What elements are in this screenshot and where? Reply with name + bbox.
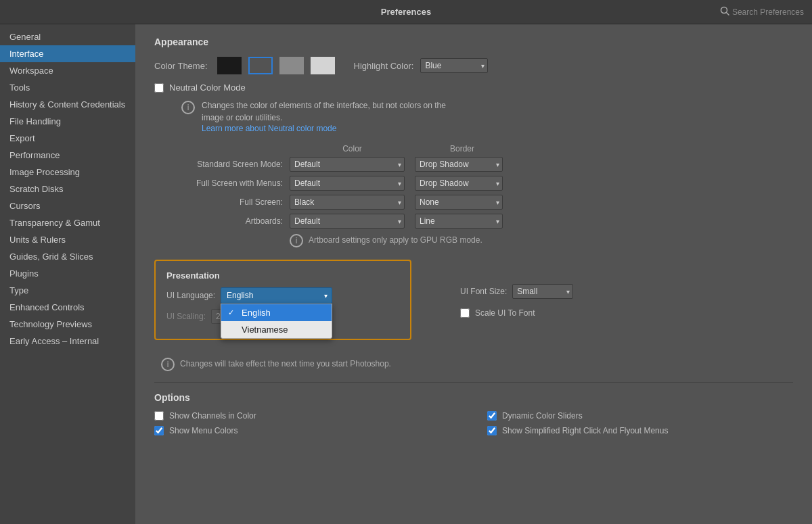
fullscreen-row: Full Screen: DefaultBlackWhite Drop Shad… <box>154 195 793 210</box>
ui-scaling-label: UI Scaling: <box>166 312 206 321</box>
simplified-right-click-row: Show Simplified Right Click And Flyout M… <box>487 426 793 435</box>
changes-info-icon: i <box>161 358 175 371</box>
show-menu-colors-label[interactable]: Show Menu Colors <box>169 426 238 435</box>
show-menu-colors-row: Show Menu Colors <box>154 426 460 435</box>
sidebar-item-workspace[interactable]: Workspace <box>0 62 135 79</box>
neutral-color-info-text: Changes the color of elements of the int… <box>202 99 446 124</box>
neutral-color-learn-more-link[interactable]: Learn more about Neutral color mode <box>202 124 446 133</box>
presentation-title: Presentation <box>166 270 399 281</box>
color-swatch-darkgray[interactable] <box>248 57 273 74</box>
sidebar-item-history[interactable]: History & Content Credentials <box>0 96 135 113</box>
options-section-title: Options <box>154 392 793 403</box>
artboard-info-icon: i <box>290 234 303 247</box>
ui-font-size-select[interactable]: SmallMediumLarge <box>512 284 573 299</box>
sidebar-item-type[interactable]: Type <box>0 282 135 299</box>
standard-screen-border-select[interactable]: Drop ShadowNoneLine <box>415 157 503 172</box>
sidebar-item-performance[interactable]: Performance <box>0 147 135 164</box>
color-swatch-lightgray[interactable] <box>311 57 335 74</box>
content-area: Appearance Color Theme: Highlight Color:… <box>135 24 812 524</box>
changes-note-row: i Changes will take effect the next time… <box>161 356 793 371</box>
svg-line-1 <box>726 13 729 16</box>
neutral-color-mode-checkbox[interactable] <box>154 83 164 93</box>
sidebar-item-transparency-gamut[interactable]: Transparency & Gamut <box>0 214 135 231</box>
search-placeholder[interactable]: Search Preferences <box>732 7 804 17</box>
ui-language-dropdown-container: English ✓ English Vietnamese <box>221 287 332 304</box>
standard-screen-color-select[interactable]: DefaultBlackWhite <box>290 157 405 172</box>
ui-language-label: UI Language: <box>166 291 215 300</box>
color-theme-row: Color Theme: Highlight Color: Blue Red G… <box>154 57 793 74</box>
fullscreen-menus-label: Full Screen with Menus: <box>154 178 290 188</box>
sidebar-item-interface[interactable]: Interface <box>0 45 135 62</box>
artboard-info-text: Artboard settings only apply to GPU RGB … <box>309 234 482 246</box>
ui-language-dropdown-list: ✓ English Vietnamese <box>221 304 332 339</box>
dynamic-sliders-checkbox[interactable] <box>487 411 497 421</box>
ui-font-size-row: UI Font Size: SmallMediumLarge <box>460 284 573 299</box>
fullscreen-border-select[interactable]: Drop ShadowNoneLine <box>415 195 503 210</box>
highlight-color-select[interactable]: Blue Red Green Yellow Orange Violet Gray <box>420 58 488 73</box>
sidebar-item-image-processing[interactable]: Image Processing <box>0 164 135 181</box>
artboards-row: Artboards: DefaultBlackWhite Drop Shadow… <box>154 214 793 229</box>
fullscreen-menus-border-select[interactable]: Drop ShadowNoneLine <box>415 176 503 191</box>
neutral-color-mode-row: Neutral Color Mode <box>154 82 793 93</box>
color-swatch-black[interactable] <box>217 57 242 74</box>
sidebar-item-technology-previews[interactable]: Technology Previews <box>0 316 135 333</box>
simplified-right-click-checkbox[interactable] <box>487 426 497 435</box>
screen-mode-column-headers: Color Border <box>154 144 793 153</box>
presentation-section: Presentation UI Language: English ✓ Engl… <box>154 260 793 350</box>
artboards-color-select[interactable]: DefaultBlackWhite <box>290 214 405 229</box>
ui-font-size-label: UI Font Size: <box>460 287 507 296</box>
show-channels-row: Show Channels in Color <box>154 411 460 421</box>
options-section: Options Show Channels in Color Dynamic C… <box>154 392 793 435</box>
color-theme-label: Color Theme: <box>154 61 208 71</box>
border-column-header: Border <box>415 144 510 153</box>
color-swatch-medgray[interactable] <box>279 57 304 74</box>
changes-note-text: Changes will take effect the next time y… <box>180 359 391 368</box>
show-menu-colors-checkbox[interactable] <box>154 426 164 435</box>
sidebar-item-file-handling[interactable]: File Handling <box>0 113 135 130</box>
fullscreen-label: Full Screen: <box>154 197 290 207</box>
show-channels-label[interactable]: Show Channels in Color <box>169 411 256 421</box>
sidebar-item-plugins[interactable]: Plugins <box>0 265 135 282</box>
sidebar-item-export[interactable]: Export <box>0 130 135 147</box>
scale-ui-checkbox[interactable] <box>460 308 470 318</box>
search-icon <box>720 6 729 18</box>
standard-screen-mode-label: Standard Screen Mode: <box>154 160 290 169</box>
divider <box>154 382 793 383</box>
checkmark-icon: ✓ <box>228 308 238 317</box>
ui-language-row: UI Language: English ✓ English <box>166 287 399 304</box>
sidebar-item-enhanced-controls[interactable]: Enhanced Controls <box>0 299 135 316</box>
color-column-header: Color <box>290 144 415 153</box>
sidebar-item-early-access[interactable]: Early Access – Internal <box>0 333 135 350</box>
artboards-border-select[interactable]: Drop ShadowNoneLine <box>415 214 503 229</box>
lang-option-english[interactable]: ✓ English <box>221 304 332 321</box>
fullscreen-color-select[interactable]: DefaultBlackWhite <box>290 195 405 210</box>
highlight-color-label: Highlight Color: <box>354 61 414 71</box>
sidebar-item-cursors[interactable]: Cursors <box>0 197 135 214</box>
simplified-right-click-label[interactable]: Show Simplified Right Click And Flyout M… <box>502 426 668 435</box>
neutral-color-mode-label[interactable]: Neutral Color Mode <box>169 82 246 93</box>
lang-option-english-label: English <box>242 308 271 318</box>
ui-language-dropdown-button[interactable]: English <box>221 287 332 304</box>
fullscreen-menus-color-select[interactable]: DefaultBlackWhite <box>290 176 405 191</box>
search-area[interactable]: Search Preferences <box>720 6 804 18</box>
sidebar-item-units-rulers[interactable]: Units & Rulers <box>0 231 135 248</box>
options-grid: Show Channels in Color Dynamic Color Sli… <box>154 411 793 435</box>
standard-screen-border-wrapper: Drop ShadowNoneLine <box>415 157 510 172</box>
artboards-label: Artboards: <box>154 216 290 226</box>
sidebar-item-general[interactable]: General <box>0 28 135 45</box>
appearance-section-title: Appearance <box>154 37 793 47</box>
sidebar-item-scratch-disks[interactable]: Scratch Disks <box>0 181 135 197</box>
sidebar-item-tools[interactable]: Tools <box>0 79 135 96</box>
show-channels-checkbox[interactable] <box>154 411 164 421</box>
title-bar: Preferences Search Preferences <box>0 0 812 24</box>
lang-option-vietnamese[interactable]: Vietnamese <box>221 321 332 338</box>
sidebar-item-guides-grid-slices[interactable]: Guides, Grid & Slices <box>0 248 135 265</box>
highlight-color-select-wrapper: Blue Red Green Yellow Orange Violet Gray <box>420 58 488 73</box>
scale-ui-label[interactable]: Scale UI To Font <box>475 308 535 318</box>
dynamic-sliders-label[interactable]: Dynamic Color Sliders <box>502 411 583 421</box>
sidebar: General Interface Workspace Tools Histor… <box>0 24 135 524</box>
artboard-info-block: i Artboard settings only apply to GPU RG… <box>290 233 793 247</box>
presentation-box: Presentation UI Language: English ✓ Engl… <box>154 260 411 340</box>
dynamic-sliders-row: Dynamic Color Sliders <box>487 411 793 421</box>
window-title: Preferences <box>381 7 431 17</box>
